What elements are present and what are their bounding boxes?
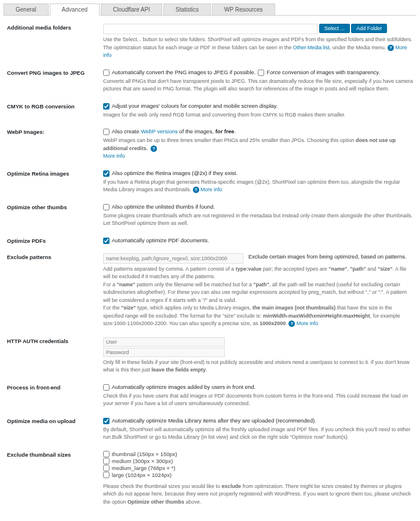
webp-cb-label: Also create WebP versions of the images,… — [112, 128, 236, 134]
label-thumbs: Exclude thumbnail sizes — [7, 451, 103, 507]
png-help: Converts all PNGs that don't have transp… — [103, 78, 413, 93]
thumb-large[interactable]: large (1024px × 1024px) — [103, 472, 413, 478]
tabs-bar: General Advanced Cloudflare API Statisti… — [3, 3, 417, 16]
tab-cloudflare[interactable]: Cloudflare API — [101, 3, 162, 15]
other-cb-label: Also optimize the unlisted thumbs if fou… — [112, 203, 215, 210]
auth-pass-input[interactable] — [103, 348, 225, 357]
thumb-thumbnail[interactable]: thumbnail (150px × 150px) — [103, 451, 413, 457]
more-info-link[interactable]: More info — [297, 320, 319, 326]
webp-link[interactable]: WebP versions — [141, 128, 178, 134]
more-info-link[interactable]: More info — [103, 153, 125, 159]
exclude-side: Exclude certain images from being optimi… — [249, 253, 407, 260]
add-folder-button[interactable]: Add Folder — [351, 24, 387, 33]
pdf-checkbox[interactable] — [103, 238, 109, 244]
upload-help: By default, ShortPixel will automaticall… — [103, 426, 413, 442]
more-info-link[interactable]: More info — [200, 187, 222, 192]
label-png: Convert PNG images to JPEG — [7, 69, 103, 93]
select-folder-button[interactable]: Select ... — [319, 24, 350, 33]
info-icon[interactable]: ? — [288, 320, 295, 327]
thumb-thumbnail-checkbox[interactable] — [103, 451, 109, 457]
folders-help: Use the Select... button to select site … — [103, 36, 413, 60]
retina-help: If you have a Retina plugin that generat… — [103, 178, 413, 194]
thumb-medium-checkbox[interactable] — [103, 458, 109, 464]
info-icon[interactable]: ? — [193, 187, 199, 193]
other-help: Some plugins create thumbnails which are… — [103, 212, 413, 228]
upload-cb-label: Automatically optimize Media Library ite… — [112, 417, 316, 424]
png-auto-checkbox[interactable] — [103, 70, 109, 76]
cmyk-checkbox[interactable] — [103, 103, 109, 110]
cmyk-cb-label: Adjust your images' colours for computer… — [112, 103, 277, 109]
tab-statistics[interactable]: Statistics — [163, 3, 211, 15]
exclude-input[interactable] — [103, 253, 243, 264]
label-upload: Optimize media on upload — [7, 417, 103, 442]
exclude-help: Add patterns separated by comma. A patte… — [103, 265, 413, 328]
info-icon[interactable]: ? — [151, 145, 157, 152]
tab-wp-resources[interactable]: WP Resources — [212, 3, 275, 15]
pdf-cb-label: Automatically optimize PDF documents. — [112, 237, 209, 243]
tab-general[interactable]: General — [3, 3, 49, 15]
folders-input[interactable] — [103, 24, 317, 34]
thumbs-help: Please check the thumbnail sizes you wou… — [103, 483, 413, 507]
upload-checkbox[interactable] — [103, 418, 109, 424]
webp-checkbox[interactable] — [103, 129, 109, 135]
label-cmyk: CMYK to RGB conversion — [7, 103, 103, 119]
cmyk-help: Images for the web only need RGB format … — [103, 111, 413, 119]
auth-user-input[interactable] — [103, 337, 225, 347]
label-front: Process in front-end — [7, 384, 103, 408]
other-media-link[interactable]: Other Media list — [293, 45, 330, 50]
label-other: Optimize other thumbs — [7, 203, 103, 228]
thumb-medium-large-checkbox[interactable] — [103, 465, 109, 471]
retina-checkbox[interactable] — [103, 170, 109, 177]
webp-help: WebP images can be up to three times sma… — [103, 137, 413, 161]
png-force-label: Force conversion of images with transpar… — [266, 69, 380, 75]
info-icon[interactable]: ? — [388, 45, 394, 51]
label-webp: WebP Images: — [7, 128, 103, 161]
tab-advanced[interactable]: Advanced — [50, 3, 100, 16]
thumb-large-checkbox[interactable] — [103, 472, 109, 478]
label-auth: HTTP AUTH credentials — [7, 337, 103, 374]
png-force-checkbox[interactable] — [258, 70, 264, 76]
label-pdf: Optimize PDFs — [7, 237, 103, 244]
front-help: Check this if you have users that add im… — [103, 392, 413, 408]
front-cb-label: Automatically optimize images added by u… — [112, 384, 255, 390]
other-checkbox[interactable] — [103, 204, 109, 210]
label-exclude: Exclude patterns — [7, 253, 103, 328]
png-auto-label: Automatically convert the PNG images to … — [112, 69, 255, 75]
label-retina: Optimize Retina images — [7, 170, 103, 194]
auth-help: Only fill in these fields if your site (… — [103, 359, 413, 374]
thumb-medium[interactable]: medium (300px × 300px) — [103, 458, 413, 464]
thumb-medium-large[interactable]: medium_large (768px × *) — [103, 465, 413, 471]
label-folders: Additional media folders — [7, 24, 103, 60]
retina-cb-label: Also optimize the Retina images (@2x) if… — [112, 170, 238, 176]
front-checkbox[interactable] — [103, 384, 109, 391]
